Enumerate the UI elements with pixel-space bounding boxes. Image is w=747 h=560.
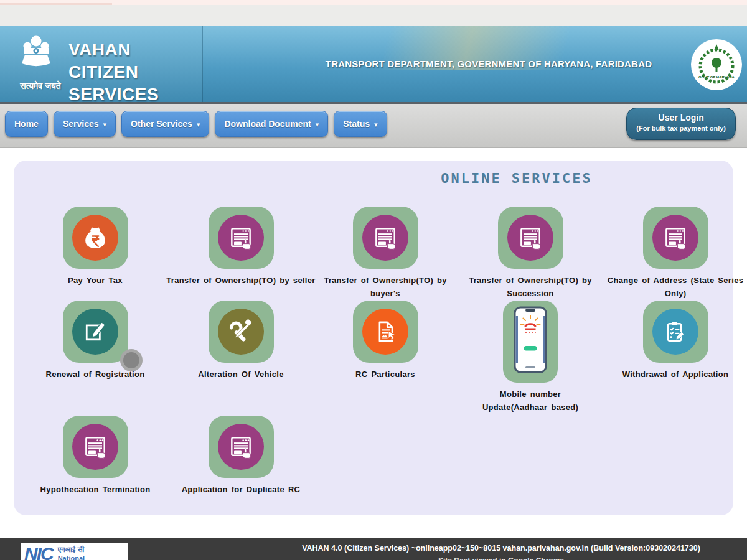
tile-box [643,207,708,269]
nav-services-button[interactable]: Services▾ [54,111,116,137]
service-tile-rc-particulars[interactable]: RC Particulars [311,301,460,381]
tile-label: Change of Address (State Series Only) [601,274,747,300]
tile-box [209,416,274,478]
tile-box [209,301,274,363]
emblem-motto: सत्यमेव जयते [6,81,75,91]
cursor-indicator [120,349,143,371]
tile-box [63,207,128,269]
top-strip [0,0,747,5]
app-title-line1: VAHAN CITIZEN [68,39,202,83]
rupee-money-bag-icon [72,215,118,261]
department-title: TRANSPORT DEPARTMENT, GOVERNMENT OF HARY… [293,58,685,69]
tile-box [643,301,708,363]
haryana-logo-text: GOVT OF HARYANA [698,75,735,79]
tile-box [63,301,128,363]
online-services-panel: ONLINE SERVICES Pay Your Tax [14,161,733,515]
browser-window-hand-icon [652,215,698,261]
service-tile-mobile-number-update[interactable]: Mobile number Update(Aadhaar based) [456,301,605,414]
tile-label: Application for Duplicate RC [166,483,316,496]
footer: NIC एनआई सी National VAHAN 4.0 (Citizen … [0,538,747,560]
footer-browser-note: Site Best viewed in Google Chrome [255,556,747,560]
tile-label: RC Particulars [311,368,460,381]
chevron-down-icon: ▾ [197,121,200,129]
navbar: Home Services▾ Other Services▾ Download … [0,104,747,148]
user-login-sublabel: (For bulk tax payment only) [636,124,726,132]
user-login-button[interactable]: User Login (For bulk tax payment only) [626,108,736,140]
nav-download-document-button[interactable]: Download Document▾ [215,111,328,137]
nav-other-services-button[interactable]: Other Services▾ [121,111,209,137]
header: सत्यमेव जयते VAHAN CITIZEN SERVICES TRAN… [0,26,747,104]
crossed-tools-icon [218,309,264,355]
tile-box [353,207,418,269]
aadhaar-phone-icon [513,306,548,377]
tile-box [503,301,558,383]
nic-hindi-label: एनआई सी [58,545,85,554]
app-title: VAHAN CITIZEN SERVICES [68,39,202,106]
browser-window-hand-icon [72,424,118,470]
nic-logo-text: एनआई सी National [58,545,85,560]
service-tile-transfer-by-succession[interactable]: Transfer of Ownership(TO) by Succession [456,207,605,300]
browser-window-hand-icon [218,215,264,261]
service-tile-pay-your-tax[interactable]: Pay Your Tax [21,207,170,287]
tile-label: Hypothecation Termination [21,483,170,496]
chevron-down-icon: ▾ [316,121,319,129]
tile-label: Withdrawal of Application [601,368,747,381]
clipboard-pencil-icon [652,309,698,355]
service-tile-transfer-by-seller[interactable]: Transfer of Ownership(TO) by seller [166,207,316,287]
nav-home-button[interactable]: Home [5,111,48,137]
user-login-label: User Login [636,113,726,123]
tile-label: Pay Your Tax [21,274,170,287]
chevron-down-icon: ▾ [374,121,378,129]
nav-home-label: Home [14,119,39,129]
header-brand-block: सत्यमेव जयते VAHAN CITIZEN SERVICES [0,26,203,102]
tile-box [63,416,128,478]
service-tile-renewal-of-registration[interactable]: Renewal of Registration [21,301,170,381]
service-tile-transfer-by-buyer[interactable]: Transfer of Ownership(TO) by buyer's [311,207,460,300]
footer-build-info: VAHAN 4.0 (Citizen Services) ~onlineapp0… [255,544,747,553]
browser-window-hand-icon [218,424,264,470]
tile-label: Transfer of Ownership(TO) by Succession [456,274,605,300]
tile-box [209,207,274,269]
haryana-govt-logo: GOVT OF HARYANA [691,39,742,90]
nav-services-label: Services [63,119,99,129]
tile-label: Renewal of Registration [21,368,170,381]
page-title: ONLINE SERVICES [430,170,604,186]
vahan-citizen-services-page: सत्यमेव जयते VAHAN CITIZEN SERVICES TRAN… [0,0,747,560]
service-tile-change-of-address[interactable]: Change of Address (State Series Only) [601,207,747,300]
edit-document-icon [72,309,118,355]
app-title-line2: SERVICES [68,83,202,106]
gray-strip [0,5,747,26]
tile-box [353,301,418,363]
national-emblem-icon [16,31,56,81]
tile-box [498,207,563,269]
tile-label: Alteration Of Vehicle [166,368,316,381]
nav-download-document-label: Download Document [224,119,311,129]
service-tile-duplicate-rc[interactable]: Application for Duplicate RC [166,416,316,496]
tile-label: Transfer of Ownership(TO) by seller [166,274,316,287]
nic-logo-abbr: NIC [24,544,53,560]
tile-label: Mobile number Update(Aadhaar based) [468,388,593,414]
chevron-down-icon: ▾ [103,121,107,129]
nic-logo: NIC एनआई सी National [21,543,128,560]
service-tile-hypothecation-termination[interactable]: Hypothecation Termination [21,416,170,496]
service-tile-withdrawal-of-application[interactable]: Withdrawal of Application [601,301,747,381]
tile-label: Transfer of Ownership(TO) by buyer's [311,274,460,300]
service-tile-alteration-of-vehicle[interactable]: Alteration Of Vehicle [166,301,316,381]
nav-other-services-label: Other Services [131,119,192,129]
browser-window-hand-icon [362,215,408,261]
nav-status-button[interactable]: Status▾ [334,111,387,137]
nic-english-label: National [58,554,85,560]
document-cursor-icon [362,309,408,355]
nav-buttons: Home Services▾ Other Services▾ Download … [5,111,387,137]
browser-window-hand-icon [507,215,553,261]
nav-status-label: Status [343,119,370,129]
